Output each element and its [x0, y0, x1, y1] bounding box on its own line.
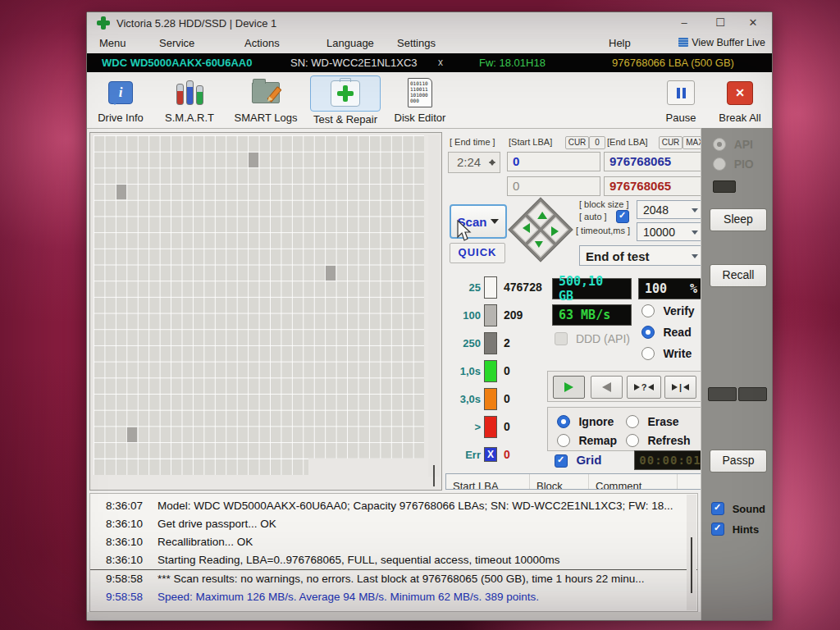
arrow-up-icon [537, 207, 547, 219]
mode-write-option[interactable]: Write [641, 346, 692, 361]
read-radio[interactable] [641, 326, 655, 339]
refresh-radio[interactable] [626, 434, 639, 447]
start-lba-zero-button[interactable]: 0 [589, 136, 605, 149]
quick-button[interactable]: QUICK [450, 243, 505, 263]
break-all-label: Break All [714, 112, 766, 124]
smart-label: S.M.A.R.T [162, 112, 217, 124]
drive-info-button[interactable]: i Drive Info [94, 75, 148, 124]
chevron-down-icon [692, 254, 698, 262]
pause-button[interactable]: Pause [660, 75, 702, 124]
mode-read-option[interactable]: Read [641, 325, 692, 340]
stat-label-100: 100 [463, 309, 481, 322]
view-buffer-live-toggle[interactable]: View Buffer Live [678, 37, 765, 48]
block-swatch-250 [484, 332, 497, 354]
log-time: 9:58:58 [100, 588, 143, 606]
action-refresh-option[interactable]: Refresh [626, 433, 691, 448]
log-time: 9:58:58 [100, 570, 143, 588]
log-time: 8:36:10 [100, 551, 143, 569]
seek-question-button[interactable]: ? [627, 376, 661, 399]
write-label: Write [663, 347, 692, 360]
seek-end-button[interactable]: | [664, 376, 696, 399]
smart-logs-button[interactable]: SMART Logs [233, 75, 299, 124]
action-ignore-option[interactable]: Ignore [557, 414, 614, 429]
log-time: 8:36:10 [100, 515, 143, 533]
ignore-radio[interactable] [557, 415, 570, 428]
menu-item-service[interactable]: Service [159, 37, 194, 49]
mouse-cursor [456, 220, 472, 243]
toolbar: i Drive Info S.M.A.R.T SMART Logs Test &… [87, 72, 772, 129]
window-footer [87, 612, 701, 620]
spinner-arrows-icon[interactable] [489, 156, 496, 169]
start-lba-input[interactable]: 0 [507, 152, 600, 171]
close-button[interactable]: ✕ [741, 16, 765, 30]
smart-button[interactable]: S.M.A.R.T [162, 75, 217, 124]
start-lba-alt-field[interactable]: 0 [507, 176, 600, 196]
scan-grid-scrollbar[interactable] [428, 135, 440, 477]
auto-checkbox[interactable] [616, 210, 629, 223]
menu-item-settings[interactable]: Settings [397, 37, 436, 49]
remap-radio[interactable] [557, 434, 570, 447]
api-radio[interactable] [713, 138, 726, 151]
end-of-test-dropdown[interactable]: End of test [579, 245, 704, 266]
sleep-button[interactable]: Sleep [710, 208, 767, 231]
recall-button[interactable]: Recall [710, 264, 767, 287]
ddd-checkbox[interactable] [555, 332, 568, 345]
grid-checkbox[interactable] [555, 454, 568, 468]
play-back-button[interactable] [591, 376, 623, 399]
minimize-button[interactable]: – [672, 16, 696, 30]
end-time-spinner[interactable]: 2:24 [448, 152, 500, 173]
menu-item-help[interactable]: Help [609, 37, 631, 49]
timeout-dropdown[interactable]: 10000 [637, 222, 704, 241]
app-logo-cross-icon [97, 16, 110, 30]
hints-toggle[interactable]: Hints [711, 523, 759, 536]
hints-checkbox[interactable] [711, 523, 724, 536]
mode-verify-option[interactable]: Verify [641, 304, 695, 318]
break-all-button[interactable]: ✕ Break All [714, 75, 766, 124]
log-scrollbar[interactable] [687, 495, 696, 610]
activity-led-indicator [713, 180, 736, 193]
pio-radio[interactable] [713, 158, 726, 171]
sound-checkbox[interactable] [711, 502, 724, 515]
device-bar-x[interactable]: x [438, 53, 443, 72]
disk-editor-button[interactable]: 010110 110011 101000 000 Disk Editor [392, 75, 448, 124]
end-lba-cur-button[interactable]: CUR [659, 136, 682, 149]
end-lba-alt-field[interactable]: 976768065 [604, 176, 704, 196]
action-remap-option[interactable]: Remap [557, 433, 617, 448]
menu-item-language[interactable]: Language [326, 37, 374, 49]
ddd-api-option[interactable]: DDD (API) [555, 332, 630, 345]
log-time: 8:36:07 [100, 497, 143, 515]
stat-label-gt: > [474, 421, 481, 433]
play-forward-button[interactable] [553, 376, 585, 399]
pio-option[interactable]: PIO [713, 158, 754, 171]
start-lba-label: [Start LBA] [509, 137, 552, 147]
end-time-value: 2:24 [457, 155, 481, 169]
block-size-dropdown[interactable]: 2048 [637, 200, 704, 219]
test-repair-button[interactable]: Test & Repair [310, 75, 381, 126]
verify-radio[interactable] [641, 304, 655, 317]
menu-item-actions[interactable]: Actions [244, 37, 280, 49]
victoria-app-window: Victoria 5.28 HDD/SSD | Device 1 – ☐ ✕ M… [86, 11, 773, 621]
start-lba-cur-button[interactable]: CUR [565, 136, 589, 149]
end-lba-input[interactable]: 976768065 [604, 152, 704, 171]
grid-toggle[interactable]: Grid [555, 453, 601, 468]
passport-button[interactable]: Passp [710, 450, 767, 472]
title-bar: Victoria 5.28 HDD/SSD | Device 1 – ☐ ✕ [87, 12, 772, 34]
slow-block-cell [326, 266, 336, 281]
block-swatch-1s [484, 360, 497, 382]
action-erase-option[interactable]: Erase [626, 414, 679, 429]
stat-label-err: Err [465, 449, 481, 461]
sound-toggle[interactable]: Sound [711, 502, 765, 515]
device-capacity: 976768066 LBA (500 GB) [612, 53, 734, 72]
erase-radio[interactable] [626, 415, 639, 428]
log-panel[interactable]: 8:36:07 Model: WDC WD5000AAKX-60U6AA0; C… [89, 493, 698, 612]
api-label: API [734, 138, 753, 151]
menu-item-menu[interactable]: Menu [99, 37, 126, 49]
maximize-button[interactable]: ☐ [708, 16, 733, 30]
column-comment[interactable]: Comment [589, 474, 678, 489]
first-aid-cross-icon [331, 80, 360, 107]
column-block[interactable]: Block [530, 474, 589, 489]
block-size-value: 2048 [643, 203, 669, 217]
column-start-lba[interactable]: Start LBA [446, 474, 530, 489]
api-option[interactable]: API [713, 138, 753, 151]
write-radio[interactable] [641, 347, 655, 360]
